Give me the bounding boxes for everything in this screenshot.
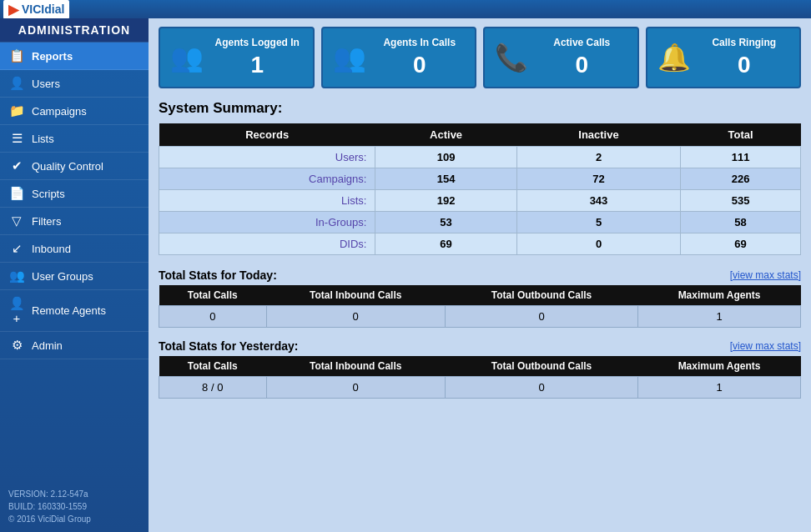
- stat-card-active-calls: 📞 Active Calls 0: [483, 27, 639, 88]
- summary-col-inactive: Inactive: [516, 123, 680, 147]
- summary-cell-inactive: 72: [516, 168, 680, 190]
- table-row: Campaigns:15472226: [159, 168, 801, 190]
- agents-logged-in-info: Agents Logged In 1: [212, 37, 303, 78]
- sidebar-item-reports[interactable]: 📋 Reports: [0, 43, 149, 70]
- sidebar-item-quality-control[interactable]: ✔ Quality Control: [0, 153, 149, 180]
- table-row: In-Groups:53558: [159, 212, 801, 233]
- stats-col: Maximum Agents: [638, 285, 801, 306]
- system-summary-title: System Summary:: [159, 100, 801, 117]
- campaigns-label: Campaigns: [32, 105, 87, 118]
- summary-cell-inactive: 343: [516, 190, 680, 212]
- stats-cards: 👥 Agents Logged In 1 👥 Agents In Calls 0…: [159, 27, 801, 88]
- inbound-label: Inbound: [32, 243, 71, 255]
- sidebar-item-admin[interactable]: ⚙ Admin: [0, 332, 149, 359]
- summary-cell-label[interactable]: DIDs:: [159, 233, 375, 255]
- logo-icon: ▶: [8, 2, 18, 18]
- summary-col-active: Active: [375, 123, 516, 147]
- summary-cell-inactive: 2: [516, 147, 680, 168]
- agents-in-calls-info: Agents In Calls 0: [375, 37, 466, 78]
- table-row: Users:1092111: [159, 147, 801, 168]
- reports-icon: 📋: [8, 48, 25, 63]
- inbound-icon: ↙: [8, 241, 25, 256]
- agents-in-calls-value: 0: [375, 52, 466, 78]
- table-row: 8 / 0001: [159, 377, 801, 399]
- table-row: 0001: [159, 306, 801, 328]
- stats-col: Total Outbound Calls: [445, 356, 637, 377]
- sidebar-item-users[interactable]: 👤 Users: [0, 70, 149, 98]
- version-text: VERSION: 2.12-547a: [8, 488, 140, 500]
- yesterday-title: Total Stats for Yesterday:: [159, 339, 299, 353]
- summary-cell-label[interactable]: Campaigns:: [159, 168, 375, 190]
- summary-cell-active: 192: [375, 190, 516, 212]
- summary-col-records: Records: [159, 123, 375, 147]
- remote-agents-icon: 👤+: [8, 296, 25, 325]
- calls-ringing-info: Calls Ringing 0: [699, 37, 790, 78]
- users-icon: 👤: [8, 76, 25, 91]
- stats-cell: 1: [638, 306, 801, 328]
- agents-in-calls-icon: 👥: [333, 42, 366, 73]
- sidebar-item-campaigns[interactable]: 📁 Campaigns: [0, 98, 149, 125]
- summary-cell-label[interactable]: Lists:: [159, 190, 375, 212]
- agents-logged-in-label: Agents Logged In: [212, 37, 303, 48]
- today-title: Total Stats for Today:: [159, 269, 277, 282]
- stat-card-calls-ringing: 🔔 Calls Ringing 0: [646, 27, 802, 88]
- today-stats-table: Total CallsTotal Inbound CallsTotal Outb…: [159, 285, 801, 328]
- yesterday-view-max-link[interactable]: [view max stats]: [730, 340, 801, 352]
- admin-label: ADMINISTRATION: [0, 18, 149, 43]
- quality-control-label: Quality Control: [32, 160, 103, 173]
- summary-cell-active: 69: [375, 233, 516, 255]
- stats-cell: 0: [159, 306, 267, 328]
- logo: ▶ VICIdial: [3, 0, 69, 19]
- summary-cell-total: 535: [681, 190, 801, 212]
- calls-ringing-value: 0: [699, 52, 790, 78]
- yesterday-header: Total Stats for Yesterday: [view max sta…: [159, 339, 801, 353]
- sidebar: ADMINISTRATION 📋 Reports 👤 Users 📁 Campa…: [0, 18, 149, 532]
- user-groups-icon: 👥: [8, 269, 25, 284]
- sidebar-item-user-groups[interactable]: 👥 User Groups: [0, 263, 149, 290]
- sidebar-item-inbound[interactable]: ↙ Inbound: [0, 235, 149, 263]
- today-view-max-link[interactable]: [view max stats]: [730, 269, 801, 281]
- summary-cell-active: 154: [375, 168, 516, 190]
- active-calls-icon: 📞: [495, 42, 528, 73]
- user-groups-label: User Groups: [32, 270, 93, 283]
- today-stats-section: Total Stats for Today: [view max stats] …: [159, 269, 801, 328]
- sidebar-item-remote-agents[interactable]: 👤+ Remote Agents: [0, 290, 149, 332]
- filters-icon: ▽: [8, 213, 25, 228]
- stats-cell: 0: [266, 377, 445, 399]
- sidebar-item-scripts[interactable]: 📄 Scripts: [0, 180, 149, 208]
- summary-cell-total: 58: [681, 212, 801, 233]
- agents-logged-in-value: 1: [212, 52, 303, 78]
- agents-in-calls-label: Agents In Calls: [375, 37, 466, 48]
- scripts-label: Scripts: [32, 188, 65, 200]
- lists-icon: ☰: [8, 131, 25, 146]
- calls-ringing-icon: 🔔: [657, 42, 691, 73]
- remote-agents-label: Remote Agents: [32, 304, 106, 317]
- sidebar-item-lists[interactable]: ☰ Lists: [0, 125, 149, 153]
- yesterday-stats-section: Total Stats for Yesterday: [view max sta…: [159, 339, 801, 399]
- stats-cell: 0: [445, 306, 637, 328]
- filters-label: Filters: [32, 215, 61, 228]
- summary-cell-label[interactable]: In-Groups:: [159, 212, 375, 233]
- agents-logged-in-icon: 👥: [170, 42, 204, 73]
- stats-col: Maximum Agents: [638, 356, 801, 377]
- active-calls-label: Active Calls: [536, 37, 627, 48]
- summary-cell-active: 53: [375, 212, 516, 233]
- stats-cell: 0: [445, 377, 637, 399]
- lists-label: Lists: [32, 133, 54, 145]
- stats-cell: 8 / 0: [159, 377, 267, 399]
- summary-cell-inactive: 5: [516, 212, 680, 233]
- summary-cell-total: 111: [681, 147, 801, 168]
- stats-cell: 0: [266, 306, 445, 328]
- active-calls-value: 0: [536, 52, 627, 78]
- summary-cell-total: 226: [681, 168, 801, 190]
- stats-col: Total Outbound Calls: [445, 285, 637, 306]
- quality-control-icon: ✔: [8, 158, 25, 173]
- table-row: Lists:192343535: [159, 190, 801, 212]
- summary-col-total: Total: [681, 123, 801, 147]
- stat-card-agents-in-calls: 👥 Agents In Calls 0: [321, 27, 477, 88]
- main-content: 👥 Agents Logged In 1 👥 Agents In Calls 0…: [149, 18, 811, 532]
- summary-cell-label[interactable]: Users:: [159, 147, 375, 168]
- sidebar-item-filters[interactable]: ▽ Filters: [0, 208, 149, 235]
- scripts-icon: 📄: [8, 186, 25, 201]
- copyright-text: © 2016 ViciDial Group: [8, 513, 140, 525]
